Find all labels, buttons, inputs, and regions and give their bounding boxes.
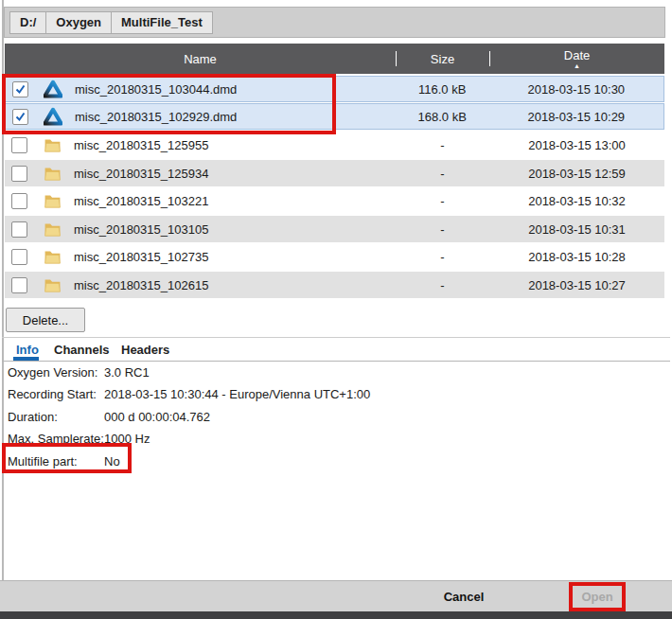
folder-date: 2018-03-15 13:00 xyxy=(489,138,664,152)
column-header-date-label: Date xyxy=(564,49,590,62)
checkbox-unchecked-icon[interactable] xyxy=(11,221,27,238)
checkbox-unchecked-icon[interactable] xyxy=(11,193,27,209)
file-size: 168.0 kB xyxy=(396,110,489,124)
section-divider xyxy=(2,337,670,338)
folder-icon xyxy=(43,275,62,294)
folder-icon xyxy=(43,164,62,183)
folder-icon xyxy=(43,247,62,266)
tab-channels[interactable]: Channels xyxy=(54,343,110,357)
info-field-value: 000 d 00:00:04.762 xyxy=(104,410,210,424)
breadcrumb-item-oxygen[interactable]: Oxygen xyxy=(45,11,112,34)
folder-icon xyxy=(43,191,62,210)
info-field-label: Multifile part: xyxy=(8,454,78,469)
info-field-value: 1000 Hz xyxy=(104,432,150,446)
info-field-label: Oxygen Version: xyxy=(8,365,97,380)
dialog-left-border xyxy=(2,0,4,580)
folder-name: misc_20180315_125934 xyxy=(74,167,208,181)
file-size: 116.0 kB xyxy=(396,82,489,97)
table-row[interactable]: misc_20180315_103044.dmd 116.0 kB 2018-0… xyxy=(5,76,664,102)
column-header-name[interactable]: Name xyxy=(5,44,396,74)
file-name: misc_20180315_103044.dmd xyxy=(75,82,237,97)
tab-info[interactable]: Info xyxy=(16,343,39,357)
info-field-value: No xyxy=(104,454,120,469)
tab-headers[interactable]: Headers xyxy=(121,343,169,357)
checkbox-unchecked-icon[interactable] xyxy=(11,249,27,265)
checkbox-unchecked-icon[interactable] xyxy=(11,166,27,182)
sort-ascending-icon: ▲ xyxy=(574,63,580,69)
info-field-multifile-part: Multifile part: No xyxy=(0,454,426,471)
delete-button[interactable]: Delete... xyxy=(6,308,85,332)
file-date: 2018-03-15 10:29 xyxy=(489,110,663,124)
column-divider xyxy=(489,51,490,66)
file-date: 2018-03-15 10:30 xyxy=(489,82,663,97)
table-row[interactable]: misc_20180315_103105 - 2018-03-15 10:31 xyxy=(5,216,664,242)
folder-size: - xyxy=(396,250,489,264)
folder-name: misc_20180315_103105 xyxy=(74,222,208,237)
checkbox-unchecked-icon[interactable] xyxy=(11,137,27,153)
column-header-date[interactable]: Date ▲ xyxy=(489,44,664,74)
column-header-size[interactable]: Size xyxy=(396,44,489,74)
folder-name: misc_20180315_125955 xyxy=(74,138,208,152)
folder-icon xyxy=(43,220,62,239)
breadcrumb-item-drive[interactable]: D:/ xyxy=(9,11,46,34)
folder-icon xyxy=(43,135,62,154)
checkbox-unchecked-icon[interactable] xyxy=(11,277,27,293)
table-row[interactable]: misc_20180315_102735 - 2018-03-15 10:28 xyxy=(5,243,664,270)
dmd-file-icon xyxy=(44,107,62,126)
folder-date: 2018-03-15 10:32 xyxy=(489,194,664,208)
folder-date: 2018-03-15 10:28 xyxy=(489,250,664,264)
table-row[interactable]: misc_20180315_103221 - 2018-03-15 10:32 xyxy=(5,187,664,214)
table-row[interactable]: misc_20180315_125955 - 2018-03-15 13:00 xyxy=(5,132,664,158)
breadcrumb-item-multifile-test[interactable]: MultiFile_Test xyxy=(111,11,213,34)
table-row[interactable]: misc_20180315_102929.dmd 168.0 kB 2018-0… xyxy=(5,103,664,130)
folder-size: - xyxy=(396,194,489,208)
checkbox-checked-icon[interactable] xyxy=(12,81,28,97)
folder-date: 2018-03-15 10:27 xyxy=(489,278,664,292)
info-field-label: Max. Samplerate: xyxy=(8,432,104,446)
info-field-label: Recording Start: xyxy=(8,387,97,401)
info-field-value: 2018-03-15 10:30:44 - Europe/Vienna UTC+… xyxy=(104,387,370,401)
info-field: Duration: 000 d 00:00:04.762 xyxy=(0,410,426,427)
folder-size: - xyxy=(396,138,489,152)
table-header: Name Size Date ▲ xyxy=(5,44,664,74)
column-divider xyxy=(396,51,397,66)
cancel-button[interactable]: Cancel xyxy=(426,584,502,609)
tabs-divider xyxy=(2,361,670,362)
open-button[interactable]: Open xyxy=(570,584,625,609)
checkbox-checked-icon[interactable] xyxy=(12,109,28,125)
folder-date: 2018-03-15 10:31 xyxy=(489,222,664,237)
breadcrumb: D:/ Oxygen MultiFile_Test xyxy=(4,7,665,38)
folder-name: misc_20180315_102615 xyxy=(74,278,208,292)
folder-name: misc_20180315_103221 xyxy=(74,194,208,208)
info-field-value: 3.0 RC1 xyxy=(104,365,150,380)
table-row[interactable]: misc_20180315_125934 - 2018-03-15 12:59 xyxy=(5,160,664,186)
info-field: Recording Start: 2018-03-15 10:30:44 - E… xyxy=(0,387,426,404)
info-field: Oxygen Version: 3.0 RC1 xyxy=(0,365,426,382)
info-field-label: Duration: xyxy=(8,410,58,424)
folder-size: - xyxy=(396,167,489,181)
bottom-strip xyxy=(0,611,672,619)
table-row[interactable]: misc_20180315_102615 - 2018-03-15 10:27 xyxy=(5,272,664,298)
folder-size: - xyxy=(396,278,489,292)
folder-name: misc_20180315_102735 xyxy=(74,250,208,264)
folder-date: 2018-03-15 12:59 xyxy=(489,167,664,181)
info-field: Max. Samplerate: 1000 Hz xyxy=(0,432,426,449)
dmd-file-icon xyxy=(44,80,62,98)
file-open-dialog: D:/ Oxygen MultiFile_Test Name Size Date… xyxy=(0,0,672,619)
file-name: misc_20180315_102929.dmd xyxy=(75,110,237,124)
folder-size: - xyxy=(396,222,489,237)
